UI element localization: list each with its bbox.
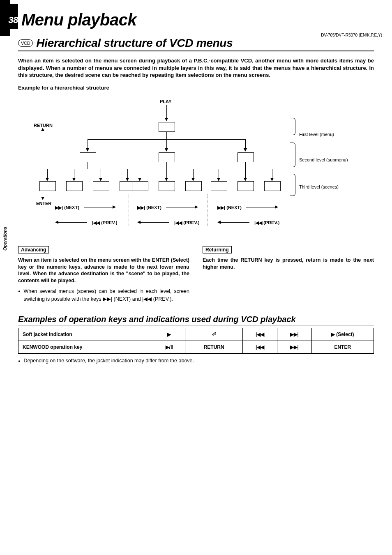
table-row: Soft jacket indication ▶ ⏎ |◀◀ ▶▶| ▶ (Se… [18, 328, 374, 341]
play-label: PLAY [160, 99, 171, 104]
table-row: KENWOOD operation key ▶/Ⅱ RETURN |◀◀ ▶▶|… [18, 341, 374, 353]
prev-label: (PREV.) [263, 220, 279, 225]
level2-label: Second level (submenu) [299, 157, 348, 162]
advancing-label: Advancing [18, 246, 49, 253]
prev-label: (PREV.) [101, 220, 117, 225]
page-number: 38 [8, 4, 18, 29]
level2-box [80, 152, 96, 162]
level3-box [93, 181, 109, 191]
level3-box [39, 181, 56, 191]
level3-label: Third level (scenes) [299, 184, 339, 189]
cell: ▶ [153, 328, 185, 341]
level1-box [159, 122, 175, 132]
section-title: VCD Hierarchical structure of VCD menus [18, 37, 374, 51]
doc-id: DV-705/DVF-R5070 (EN/K,P,E,Y) [321, 33, 382, 37]
advancing-bullet: When several menus (scenes) can be selec… [23, 288, 189, 303]
level3-box [66, 181, 83, 191]
level3-box [185, 181, 202, 191]
intro-text: When an item is selected on the menu scr… [18, 57, 374, 79]
example-label: Example for a hierarchical structure [18, 85, 374, 91]
cell: RETURN [185, 341, 243, 353]
returning-text: Each time the RETURN key is pressed, ret… [203, 257, 374, 271]
enter-label: ENTER [36, 201, 51, 206]
cell: ▶ (Select) [311, 328, 374, 341]
advancing-text: When an item is selected on the menu scr… [18, 257, 189, 285]
note-text: Depending on the software, the jacket in… [23, 358, 194, 364]
return-label: RETURN [34, 123, 53, 128]
prev-label: (PREV.) [183, 220, 199, 225]
returning-label: Returning [203, 246, 232, 253]
vcd-badge: VCD [18, 39, 33, 47]
cell: ENTER [311, 341, 374, 353]
level3-box [211, 181, 227, 191]
subsection-title: Examples of operation keys and indicatio… [18, 315, 374, 325]
page-title: 38 Menu playback [0, 11, 392, 32]
level3-box [159, 181, 175, 191]
cell: ▶▶| [277, 328, 311, 341]
hierarchy-diagram: PLAY [18, 99, 367, 239]
next-label: (NEXT) [226, 205, 242, 210]
level3-box [132, 181, 148, 191]
level2-box [238, 152, 254, 162]
level1-label: First level (menu) [299, 132, 334, 137]
section-title-text: Hierarchical structure of VCD menus [36, 37, 233, 50]
page-title-text: Menu playback [21, 11, 136, 29]
cell: Soft jacket indication [18, 328, 153, 341]
level3-box [238, 181, 254, 191]
cell: ▶/Ⅱ [153, 341, 185, 353]
level3-box [264, 181, 281, 191]
cell: ⏎ [185, 328, 243, 341]
cell: ▶▶| [277, 341, 311, 353]
cell: |◀◀ [243, 341, 277, 353]
cell: |◀◀ [243, 328, 277, 341]
level2-box [159, 152, 175, 162]
keys-table: Soft jacket indication ▶ ⏎ |◀◀ ▶▶| ▶ (Se… [18, 328, 374, 354]
cell: KENWOOD operation key [18, 341, 153, 353]
side-section-label: Operations [2, 227, 7, 251]
next-label: (NEXT) [146, 205, 161, 210]
next-label: (NEXT) [64, 205, 79, 210]
